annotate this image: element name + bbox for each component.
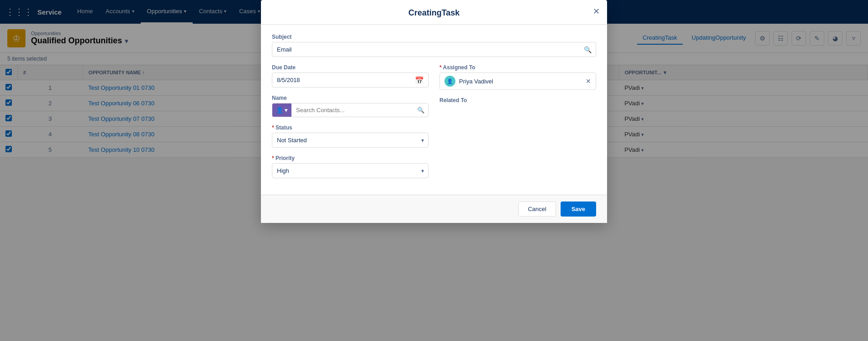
related-to-group: Related To (439, 97, 596, 103)
modal-title: CreatingTask (408, 8, 460, 17)
form-section: Due Date 📅 Name 👤 ▾ (272, 64, 596, 186)
calendar-icon: 📅 (415, 76, 424, 84)
priority-select-wrapper: High Normal Low ▾ (272, 163, 429, 178)
due-date-label: Due Date (272, 64, 429, 71)
contact-icon: 👤 (276, 107, 283, 114)
due-date-input[interactable] (272, 72, 429, 88)
save-button[interactable]: Save (561, 202, 596, 217)
assigned-to-wrapper: 👤 Priya Vadivel ✕ (439, 72, 596, 90)
assigned-to-name: Priya Vadivel (459, 78, 582, 85)
assigned-to-group: Assigned To 👤 Priya Vadivel ✕ (439, 64, 596, 90)
modal-body: Subject 🔍 Due Date 📅 (261, 25, 607, 195)
subject-field-group: Subject 🔍 (272, 34, 596, 57)
name-label: Name (272, 95, 429, 101)
cancel-button[interactable]: Cancel (518, 202, 556, 217)
status-group: Status Not Started In Progress Completed… (272, 124, 429, 148)
priority-group: Priority High Normal Low ▾ (272, 155, 429, 178)
status-label: Status (272, 124, 429, 131)
close-button[interactable]: ✕ (593, 6, 600, 16)
modal-overlay: CreatingTask ✕ Subject 🔍 Due Date (0, 0, 868, 341)
subject-label: Subject (272, 34, 596, 40)
modal-header: CreatingTask (261, 0, 607, 25)
status-select-wrapper: Not Started In Progress Completed Waitin… (272, 133, 429, 148)
subject-input-wrapper: 🔍 (272, 42, 596, 57)
form-left: Due Date 📅 Name 👤 ▾ (272, 64, 429, 186)
assigned-to-label: Assigned To (439, 64, 596, 71)
form-right: Assigned To 👤 Priya Vadivel ✕ Related To (439, 64, 596, 186)
chevron-down-icon: ▾ (285, 107, 288, 114)
name-search-input[interactable] (291, 103, 417, 117)
modal-footer: Cancel Save (261, 195, 607, 223)
due-date-group: Due Date 📅 (272, 64, 429, 88)
priority-label: Priority (272, 155, 429, 161)
related-to-label: Related To (439, 97, 596, 103)
status-select[interactable]: Not Started In Progress Completed Waitin… (272, 133, 429, 148)
priority-select[interactable]: High Normal Low (272, 163, 429, 178)
name-search-wrapper: 👤 ▾ 🔍 (272, 103, 429, 117)
creating-task-modal: CreatingTask ✕ Subject 🔍 Due Date (261, 0, 607, 223)
avatar: 👤 (444, 76, 455, 87)
contact-type-button[interactable]: 👤 ▾ (272, 103, 291, 117)
clear-assigned-icon[interactable]: ✕ (586, 78, 591, 85)
name-group: Name 👤 ▾ 🔍 (272, 95, 429, 117)
search-icon: 🔍 (417, 107, 428, 114)
subject-input[interactable] (272, 42, 596, 57)
due-date-input-wrapper: 📅 (272, 72, 429, 88)
search-icon: 🔍 (584, 46, 592, 53)
